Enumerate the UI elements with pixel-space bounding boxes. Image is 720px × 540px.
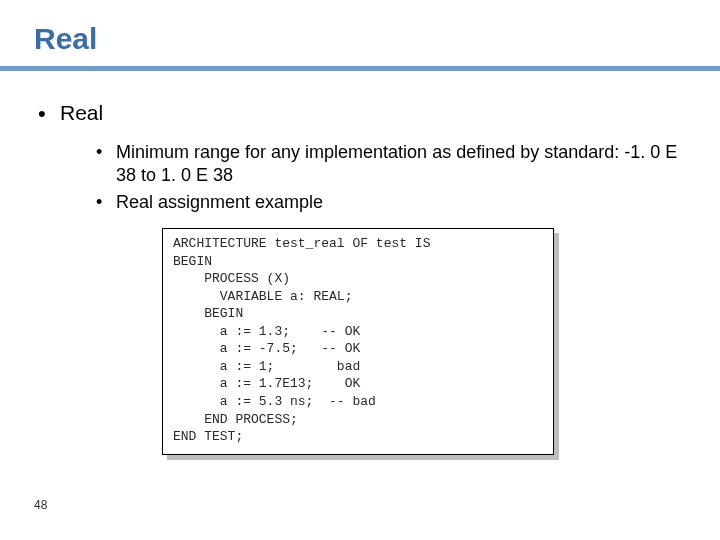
page-title: Real (34, 22, 686, 56)
bullet-list-level2: Minimum range for any implementation as … (60, 141, 686, 214)
code-example: ARCHITECTURE test_real OF test IS BEGIN … (162, 228, 554, 455)
list-item-label: Real (60, 101, 103, 124)
page-number: 48 (34, 498, 47, 512)
title-rule (0, 66, 720, 71)
bullet-list-level1: Real Minimum range for any implementatio… (34, 101, 686, 214)
code-example-container: ARCHITECTURE test_real OF test IS BEGIN … (162, 228, 554, 455)
list-item: Minimum range for any implementation as … (96, 141, 686, 187)
list-item: Real assignment example (96, 191, 686, 214)
list-item-label: Minimum range for any implementation as … (116, 142, 677, 185)
list-item-label: Real assignment example (116, 192, 323, 212)
list-item: Real Minimum range for any implementatio… (38, 101, 686, 214)
slide: Real Real Minimum range for any implemen… (0, 0, 720, 540)
